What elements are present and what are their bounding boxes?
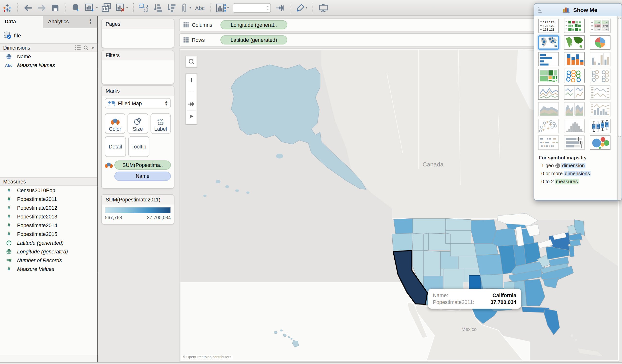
highlight-button[interactable]: ▾ — [296, 2, 307, 14]
svg-text:+: + — [91, 7, 94, 12]
showme-side-by-side-bars[interactable] — [590, 52, 611, 66]
tab-data[interactable]: Data — [0, 16, 43, 28]
search-icon — [188, 58, 194, 65]
showme-bullet-graph[interactable] — [564, 135, 584, 150]
columns-pill[interactable]: Longitude (generat.. — [220, 20, 287, 29]
datasource-row[interactable]: file — [0, 28, 97, 43]
showme-dual-area[interactable] — [564, 102, 584, 116]
scrollbar-thumb[interactable] — [618, 18, 621, 137]
showme-gantt[interactable] — [538, 135, 559, 150]
show-hide-cards-button[interactable]: ▾ — [216, 2, 229, 14]
pages-card-title: Pages — [101, 19, 174, 29]
view-data-icon[interactable] — [75, 45, 81, 50]
showme-horizontal-bars[interactable] — [538, 52, 559, 66]
filters-card[interactable]: Filters — [101, 51, 174, 84]
presentation-mode-button[interactable] — [319, 2, 328, 14]
fix-axes-pin-button[interactable] — [275, 2, 285, 14]
caret-icon: ▾ — [190, 6, 191, 10]
marks-card: Marks Filled Map ▲▼ Color Size Abc123 — [101, 86, 174, 188]
zoom-in-button[interactable]: + — [186, 74, 197, 86]
showme-box-and-whisker[interactable] — [590, 119, 611, 133]
legend-gradient[interactable] — [105, 207, 171, 213]
showme-heat-map[interactable]: 17212333410570012021243 — [590, 19, 611, 33]
showme-histogram[interactable] — [564, 119, 584, 133]
show-me-header[interactable]: Show Me — [534, 4, 622, 16]
showme-pie-chart[interactable] — [590, 35, 611, 50]
pages-card[interactable]: Pages — [101, 19, 174, 48]
zoom-out-button[interactable]: − — [186, 86, 197, 98]
showme-text-table[interactable]: 123 123123 123123 123 — [538, 19, 559, 33]
search-icon[interactable] — [84, 45, 89, 50]
map-pin-button[interactable] — [186, 98, 197, 110]
showme-filled-map[interactable] — [564, 35, 584, 50]
svg-text:Abc: Abc — [157, 118, 163, 122]
measure-item[interactable]: #Census2010Pop — [0, 186, 97, 195]
color-button[interactable]: Color — [105, 113, 125, 134]
tableau-logo-icon — [2, 2, 12, 14]
arrow-right-icon — [190, 114, 194, 119]
tooltip-button[interactable]: Tooltip — [128, 136, 149, 157]
showme-highlight-table[interactable] — [564, 19, 584, 33]
sort-ascending-button[interactable] — [153, 2, 162, 14]
showme-continuous-lines[interactable] — [538, 85, 559, 100]
pane-menu-caret-icon[interactable]: ▾ — [92, 45, 94, 51]
calc-number-icon: =# — [4, 257, 13, 263]
show-mark-labels-button[interactable]: Abc — [195, 2, 205, 14]
showme-discrete-lines[interactable] — [590, 85, 611, 100]
showme-side-by-side-circles[interactable] — [590, 69, 611, 83]
measure-item[interactable]: Longitude (generated) — [0, 247, 97, 256]
showme-dual-combination[interactable] — [590, 102, 611, 116]
add-data-button[interactable]: + — [71, 2, 81, 14]
dimension-item[interactable]: Abc Measure Names — [0, 61, 97, 70]
detail-pill[interactable]: Name — [115, 172, 171, 181]
measure-item[interactable]: Latitude (generated) — [0, 238, 97, 247]
toolbar-separator — [313, 3, 313, 13]
drag-handle-icon[interactable] — [537, 7, 544, 13]
fit-selector[interactable]: ⌃⌄ — [233, 3, 271, 12]
number-icon: # — [4, 222, 13, 228]
sort-descending-button[interactable] — [166, 2, 176, 14]
pane-spacer — [0, 70, 97, 177]
measure-item[interactable]: #Popestimate2011 — [0, 195, 97, 203]
mark-type-value: Filled Map — [118, 100, 142, 106]
measure-item[interactable]: #Popestimate2015 — [0, 230, 97, 238]
map-flyout-button[interactable] — [186, 110, 197, 122]
duplicate-sheet-button[interactable] — [102, 2, 112, 14]
save-button[interactable] — [51, 2, 60, 14]
dimension-item[interactable]: Name — [0, 52, 97, 61]
back-button[interactable] — [23, 2, 33, 14]
forward-button[interactable] — [37, 2, 46, 14]
measure-item[interactable]: #Measure Values — [0, 265, 97, 273]
map-search-button[interactable] — [185, 56, 197, 68]
showme-dual-lines[interactable] — [564, 85, 584, 100]
tooltip-value: 37,700,034 — [477, 299, 516, 305]
show-me-scrollbar[interactable] — [617, 16, 622, 200]
showme-circle-views[interactable] — [564, 69, 584, 83]
new-worksheet-button[interactable]: +▾ — [85, 2, 98, 14]
measure-item[interactable]: #Popestimate2012 — [0, 203, 97, 212]
showme-scatter-plot[interactable] — [538, 119, 559, 133]
show-me-title: Show Me — [573, 7, 597, 13]
swap-rows-columns-button[interactable] — [139, 2, 149, 14]
showme-packed-bubbles[interactable] — [590, 135, 611, 150]
group-members-button[interactable]: ▾ — [180, 2, 191, 14]
clear-sheet-button[interactable]: ✕▾ — [116, 2, 128, 14]
showme-treemap[interactable] — [538, 69, 559, 83]
measure-item[interactable]: =#Number of Records — [0, 256, 97, 265]
mark-type-dropdown[interactable]: Filled Map ▲▼ — [105, 98, 171, 109]
measure-item[interactable]: #Popestimate2014 — [0, 221, 97, 230]
map-attribution: © OpenStreetMap contributors — [181, 355, 233, 360]
color-pill[interactable]: SUM(Popestima.. — [115, 160, 171, 170]
label-button[interactable]: Abc123 Label — [150, 113, 171, 134]
size-button[interactable]: Size — [128, 113, 148, 134]
showme-area-chart[interactable] — [538, 102, 559, 116]
detail-button[interactable]: Detail — [105, 136, 126, 157]
tab-analytics[interactable]: Analytics ▲▼ — [43, 16, 97, 28]
mexico-label: Mexico — [462, 326, 477, 332]
measure-item[interactable]: #Popestimate2013 — [0, 212, 97, 221]
showme-stacked-bars[interactable] — [564, 52, 584, 66]
pane-sort-icon[interactable]: ▲▼ — [89, 19, 92, 24]
showme-symbol-map[interactable] — [538, 35, 559, 50]
rows-pill[interactable]: Latitude (generated) — [220, 35, 287, 44]
toolbar-separator — [18, 3, 18, 13]
